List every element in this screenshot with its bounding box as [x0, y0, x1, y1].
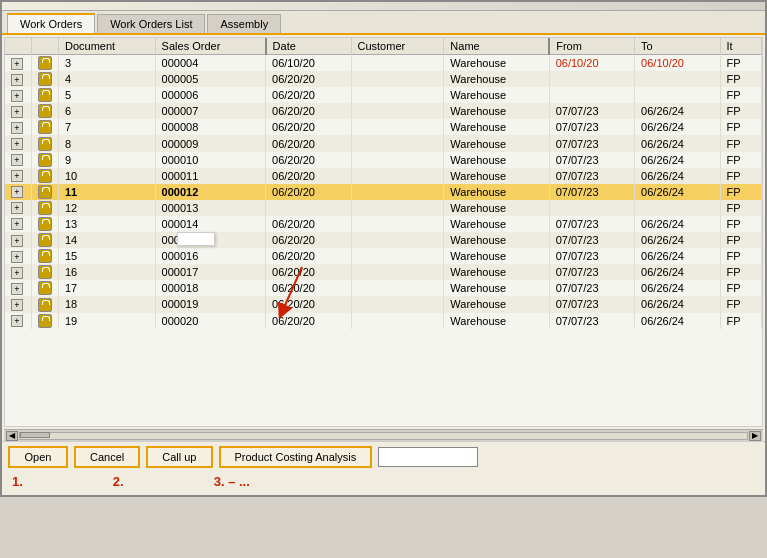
expand-button[interactable]: +	[11, 154, 23, 166]
date-cell: 06/20/20	[266, 103, 351, 119]
expand-button[interactable]: +	[11, 202, 23, 214]
expand-cell[interactable]: +	[5, 280, 32, 296]
to-cell: 06/26/24	[635, 280, 720, 296]
footer-search-input[interactable]	[378, 447, 478, 467]
tab-work-orders[interactable]: Work Orders	[7, 13, 95, 33]
lock-cell	[32, 119, 59, 135]
table-row[interactable]: +1800001906/20/20Warehouse07/07/2306/26/…	[5, 296, 762, 312]
lock-cell	[32, 135, 59, 151]
expand-button[interactable]: +	[11, 122, 23, 134]
date-cell: 06/20/20	[266, 248, 351, 264]
from-cell: 07/07/23	[549, 232, 634, 248]
expand-button[interactable]: +	[11, 186, 23, 198]
to-cell: 06/26/24	[635, 119, 720, 135]
scroll-thumb[interactable]	[20, 432, 50, 438]
cancel-button[interactable]: Cancel	[74, 446, 140, 468]
expand-cell[interactable]: +	[5, 103, 32, 119]
expand-button[interactable]: +	[11, 58, 23, 70]
from-cell: 07/07/23	[549, 135, 634, 151]
scroll-track[interactable]	[19, 432, 748, 440]
table-row[interactable]: +600000706/20/20Warehouse07/07/2306/26/2…	[5, 103, 762, 119]
table-row[interactable]: +300000406/10/20Warehouse06/10/2006/10/2…	[5, 55, 762, 72]
table-row[interactable]: +900001006/20/20Warehouse07/07/2306/26/2…	[5, 152, 762, 168]
lock-cell	[32, 168, 59, 184]
expand-cell[interactable]: +	[5, 135, 32, 151]
expand-cell[interactable]: +	[5, 296, 32, 312]
customer-cell	[351, 135, 444, 151]
scroll-left-btn[interactable]: ◀	[6, 431, 18, 441]
table-row[interactable]: +1100001206/20/20Warehouse07/07/2306/26/…	[5, 184, 762, 200]
date-cell: 06/20/20	[266, 168, 351, 184]
expand-cell[interactable]: +	[5, 232, 32, 248]
col-name: Name	[444, 38, 549, 55]
date-cell: 06/20/20	[266, 232, 351, 248]
customer-cell	[351, 184, 444, 200]
expand-button[interactable]: +	[11, 251, 23, 263]
open-button[interactable]: Open	[8, 446, 68, 468]
expand-button[interactable]: +	[11, 267, 23, 279]
expand-cell[interactable]: +	[5, 71, 32, 87]
item-cell: FP	[720, 264, 761, 280]
sales-cell: 000014	[155, 216, 265, 232]
item-cell: FP	[720, 280, 761, 296]
name-cell: Warehouse	[444, 87, 549, 103]
table-row[interactable]: +700000806/20/20Warehouse07/07/2306/26/2…	[5, 119, 762, 135]
table-row[interactable]: +400000506/20/20WarehouseFP	[5, 71, 762, 87]
table-row[interactable]: +500000606/20/20WarehouseFP	[5, 87, 762, 103]
table-row[interactable]: +800000906/20/20Warehouse07/07/2306/26/2…	[5, 135, 762, 151]
expand-button[interactable]: +	[11, 283, 23, 295]
lock-cell	[32, 184, 59, 200]
expand-cell[interactable]: +	[5, 184, 32, 200]
pca-button[interactable]: Product Costing Analysis	[219, 446, 373, 468]
horizontal-scrollbar[interactable]: ◀ ▶	[4, 429, 763, 441]
expand-button[interactable]: +	[11, 74, 23, 86]
item-cell: FP	[720, 103, 761, 119]
customer-cell	[351, 71, 444, 87]
table-row[interactable]: +1500001606/20/20Warehouse07/07/2306/26/…	[5, 248, 762, 264]
expand-button[interactable]: +	[11, 299, 23, 311]
date-cell: 06/20/20	[266, 71, 351, 87]
name-cell: Warehouse	[444, 313, 549, 329]
expand-cell[interactable]: +	[5, 119, 32, 135]
expand-cell[interactable]: +	[5, 248, 32, 264]
from-cell: 07/07/23	[549, 152, 634, 168]
tab-assembly[interactable]: Assembly	[207, 14, 281, 33]
table-row[interactable]: +1000001106/20/20Warehouse07/07/2306/26/…	[5, 168, 762, 184]
lock-icon	[38, 88, 52, 102]
expand-cell[interactable]: +	[5, 216, 32, 232]
expand-cell[interactable]: +	[5, 55, 32, 72]
expand-button[interactable]: +	[11, 218, 23, 230]
expand-cell[interactable]: +	[5, 152, 32, 168]
col-date: Date	[266, 38, 351, 55]
expand-button[interactable]: +	[11, 106, 23, 118]
date-cell: 06/20/20	[266, 264, 351, 280]
tab-work-orders-list[interactable]: Work Orders List	[97, 14, 205, 33]
expand-button[interactable]: +	[11, 138, 23, 150]
from-cell: 07/07/23	[549, 119, 634, 135]
table-row[interactable]: +1700001806/20/20Warehouse07/07/2306/26/…	[5, 280, 762, 296]
work-orders-table[interactable]: Document Sales Order Date Customer Name …	[4, 37, 763, 427]
expand-button[interactable]: +	[11, 90, 23, 102]
table-row[interactable]: +12000013WarehouseFP	[5, 200, 762, 216]
expand-button[interactable]: +	[11, 315, 23, 327]
expand-cell[interactable]: +	[5, 168, 32, 184]
expand-cell[interactable]: +	[5, 87, 32, 103]
callup-button[interactable]: Call up	[146, 446, 212, 468]
expand-cell[interactable]: +	[5, 313, 32, 329]
name-cell: Warehouse	[444, 135, 549, 151]
expand-button[interactable]: +	[11, 235, 23, 247]
from-cell: 07/07/23	[549, 216, 634, 232]
col-from: From	[549, 38, 634, 55]
table-row[interactable]: +1400001506/20/20Warehouse07/07/2306/26/…	[5, 232, 762, 248]
name-cell: Warehouse	[444, 184, 549, 200]
expand-cell[interactable]: +	[5, 264, 32, 280]
scroll-right-btn[interactable]: ▶	[749, 431, 761, 441]
table-row[interactable]: +1300001406/20/20Warehouse07/07/2306/26/…	[5, 216, 762, 232]
expand-cell[interactable]: +	[5, 200, 32, 216]
table-row[interactable]: +1600001706/20/20Warehouse07/07/2306/26/…	[5, 264, 762, 280]
doc-cell: 3	[59, 55, 156, 72]
lock-icon	[38, 169, 52, 183]
table-row[interactable]: +1900002006/20/20Warehouse07/07/2306/26/…	[5, 313, 762, 329]
date-cell: 06/20/20	[266, 216, 351, 232]
expand-button[interactable]: +	[11, 170, 23, 182]
